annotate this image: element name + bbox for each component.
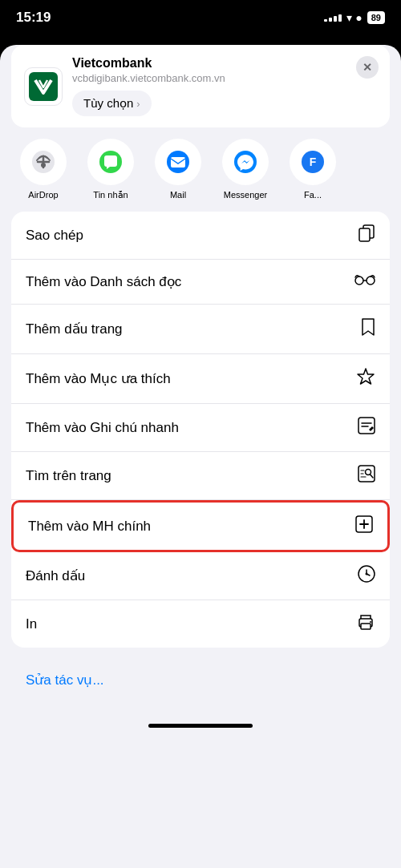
share-item-tin-nhan[interactable]: Tin nhắn [79,139,143,200]
bank-info: Vietcombank vcbdigibank.vietcombank.com.… [72,56,377,116]
svg-point-12 [367,277,375,285]
share-sheet: Vietcombank vcbdigibank.vietcombank.com.… [0,45,401,868]
signal-icon [324,14,342,22]
mail-label: Mail [170,190,186,200]
status-icons: ▾ ● 89 [324,11,385,24]
markup-icon [358,565,375,587]
find-on-page-icon [358,465,375,486]
copy-icon [358,224,375,246]
menu-item-them-uu-thich[interactable]: Thêm vào Mục ưa thích [11,354,390,404]
airdrop-label: AirDrop [28,190,58,200]
bookmark-icon [361,317,375,341]
svg-rect-5 [171,157,185,168]
mail-icon [155,139,201,185]
menu-item-danh-sach-doc[interactable]: Thêm vào Danh sách đọc [11,260,390,305]
bank-name: Vietcombank [72,56,377,71]
star-icon [356,367,375,390]
menu-item-them-mh-chinh[interactable]: Thêm vào MH chính [11,500,390,552]
share-item-airdrop[interactable]: AirDrop [11,139,75,200]
menu-item-ghi-chu-nhanh[interactable]: Thêm vào Ghi chú nhanh [11,404,390,452]
airdrop-icon [20,139,67,185]
messenger-icon [222,139,269,185]
edit-actions-link[interactable]: Sửa tác vụ... [11,659,390,701]
share-item-mail[interactable]: Mail [146,139,210,200]
reading-glasses-icon [354,273,375,291]
menu-item-sao-chep[interactable]: Sao chép [11,212,390,260]
status-bar: 15:19 ▾ ● 89 [0,0,401,35]
battery-indicator: 89 [367,11,385,24]
bank-url: vcbdigibank.vietcombank.com.vn [72,72,377,84]
svg-rect-13 [358,418,375,434]
svg-point-18 [366,573,368,575]
print-icon [356,613,375,635]
menu-item-them-dau-trang[interactable]: Thêm dấu trang [11,305,390,354]
share-item-messenger[interactable]: Messenger [213,139,277,200]
close-icon: ✕ [363,62,372,73]
header-card: Vietcombank vcbdigibank.vietcombank.com.… [11,45,390,127]
tin-nhan-label: Tin nhắn [93,190,128,200]
close-button[interactable]: ✕ [356,56,379,79]
svg-text:F: F [310,155,317,168]
svg-point-21 [370,621,371,623]
share-item-fa[interactable]: F Fa... [281,139,345,200]
fa-label: Fa... [304,190,322,200]
fa-icon: F [290,139,336,185]
svg-point-11 [355,277,363,285]
edit-section: Sửa tác vụ... [0,656,401,709]
menu-item-in[interactable]: In [11,600,390,648]
svg-point-2 [41,163,46,168]
home-indicator [148,724,253,728]
wifi-icon: ▾ ● [346,11,362,24]
quick-note-icon [358,417,375,438]
share-row: AirDrop Tin nhắn Mail [0,127,401,212]
menu-section: Sao chép Thêm vào Danh sách đọc [11,212,390,648]
options-button[interactable]: Tùy chọn › [72,91,152,116]
tin-nhan-icon [87,139,134,185]
svg-rect-10 [359,228,370,241]
messenger-label: Messenger [224,190,267,200]
add-to-home-icon [355,515,373,537]
status-time: 15:19 [16,10,51,26]
bank-logo [24,67,63,106]
chevron-right-icon: › [136,98,140,110]
svg-rect-20 [361,624,371,629]
menu-item-tim-trang[interactable]: Tìm trên trang [11,452,390,500]
menu-item-danh-dau[interactable]: Đánh dấu [11,552,390,600]
